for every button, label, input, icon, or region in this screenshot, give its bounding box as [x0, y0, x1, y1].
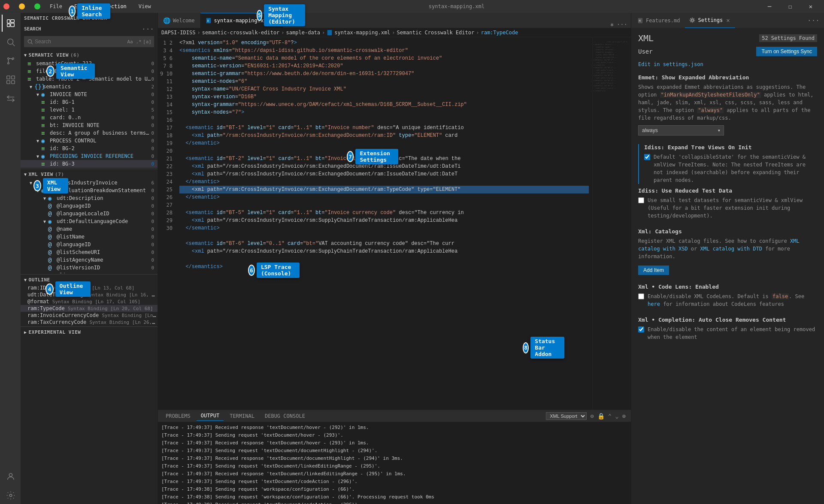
settings-user-row: User Turn on Settings Sync [638, 47, 817, 56]
xml-tree-description[interactable]: ▼ ◉ udt:Description 0 [21, 194, 158, 202]
tree-item-file[interactable]: ≡ file: EN16931-3-3 0 [21, 67, 158, 75]
traffic-light-minimize[interactable] [19, 3, 25, 9]
tab-settings[interactable]: Settings ✕ [685, 13, 735, 28]
breadcrumb-item-typecode[interactable]: ram:TypeCode [481, 30, 518, 36]
codelens-here-link[interactable]: here [648, 301, 660, 307]
search-options-icon[interactable]: ··· [142, 25, 154, 33]
emmet-select[interactable]: always never inMarkupAndStylesheetFilesO… [638, 125, 724, 136]
xml-tree-list-agency[interactable]: @ @listAgencyName 0 [21, 256, 158, 264]
accounts-icon[interactable] [2, 468, 19, 485]
breadcrumb-item-file[interactable]: syntax-mapping.xml [334, 30, 390, 36]
breadcrumb-item-semantic[interactable]: Semantic Crosswalk Editor [397, 30, 475, 36]
tree-item-id-bg3[interactable]: ≡ id: BG-3 0 [21, 160, 158, 168]
outline-header[interactable]: ▼ OUTLINE [21, 275, 158, 284]
semantic-view-header[interactable]: ▼ SEMANTIC VIEW (6) [21, 51, 158, 60]
tree-count: 0 [151, 61, 158, 66]
tree-item-card[interactable]: ≡ card: 0..n 0 [21, 114, 158, 121]
extensions-icon[interactable] [2, 71, 19, 88]
settings-tab-close[interactable]: ✕ [725, 16, 730, 24]
tab-welcome[interactable]: 🌐 Welcome [158, 13, 200, 28]
breadcrumb-item-editor[interactable]: semantic-crosswalk-editor [202, 30, 280, 36]
xml-tree-locale-id[interactable]: @ @languageLocaleID 0 [21, 210, 158, 217]
search-activity-icon[interactable] [2, 33, 19, 51]
match-case-icon[interactable]: Aa [126, 38, 134, 45]
xml-tree-list-scheme[interactable]: @ @listSchemeURI 0 [21, 248, 158, 256]
scroll-down-icon[interactable]: ⌄ [615, 413, 618, 419]
tab-problems[interactable]: PROBLEMS [161, 411, 195, 421]
xml-tree-list-version[interactable]: @ @listVersionID 0 [21, 264, 158, 272]
menu-edit[interactable]: Edit [72, 2, 89, 11]
filter-icon[interactable]: ⊜ [590, 413, 594, 419]
xml-tree-list-agency-id[interactable]: @ @listAgencyID 0 [21, 272, 158, 273]
sync-settings-button[interactable]: Turn on Settings Sync [756, 47, 817, 56]
tree-item-bt-invoice[interactable]: ≡ bt: INVOICE NOTE 0 [21, 121, 158, 129]
outline-item-datetime[interactable]: udt:DateTimeString Syntax Binding [Ln 16… [21, 291, 158, 298]
more-options-icon[interactable]: ··· [805, 15, 822, 25]
xml-tree-default-lang[interactable]: ▼ ◉ udt:DefaultLanguageCode 0 [21, 217, 158, 225]
more-actions-icon[interactable]: ··· [617, 21, 627, 28]
experimental-view-header[interactable]: ▶ EXPERIMENTAL VIEW [21, 328, 158, 337]
minimize-button[interactable]: ─ [760, 0, 779, 13]
add-item-button[interactable]: Add Item [638, 266, 669, 275]
xml-tree-list-name[interactable]: @ @listName 0 [21, 233, 158, 241]
window-title: syntax-mapping.xml [161, 3, 753, 9]
outline-item-ram-id[interactable]: ram:ID Syntax Binding [Ln 13, Col 68] [21, 284, 158, 291]
code-content[interactable]: <?xml version="1.0" encoding="UTF-8"?> <… [176, 37, 592, 410]
tab-terminal[interactable]: TERMINAL [225, 411, 259, 421]
source-control-icon[interactable] [2, 52, 19, 69]
settings-icon[interactable] [2, 487, 19, 504]
lock-icon[interactable]: 🔒 [597, 413, 605, 419]
tree-item-level1[interactable]: ≡ level: 1 5 [21, 106, 158, 114]
tree-item-id-bg1[interactable]: ≡ id: BG-1 0 [21, 98, 158, 106]
outline-item-format[interactable]: @format Syntax Binding [Ln 17, Col 105] [21, 298, 158, 305]
output-select[interactable]: XML Support [546, 412, 587, 420]
clear-icon[interactable]: ⊗ [622, 413, 626, 419]
xml-tree-lang-id[interactable]: @ @languageID 0 [21, 202, 158, 210]
tree-item-preceding[interactable]: ▼ ◉ PRECEDING INVOICE REFERENCE 0 [21, 152, 158, 160]
whole-word-icon[interactable]: [a] [143, 38, 151, 45]
xml-tree-valuation[interactable]: ▼ ◉ ram:ValuationBreakdownStatement 0 [21, 187, 158, 194]
tab-syntax-mapping[interactable]: X syntax-mapping.xml ✕ [200, 13, 283, 28]
regex-icon[interactable]: .* [135, 38, 142, 45]
xml-tree-name[interactable]: @ @name 0 [21, 225, 158, 233]
menu-selection[interactable]: Selection [96, 2, 129, 11]
search-input-wrapper[interactable]: Aa .* [a] [24, 36, 154, 47]
breadcrumb-item-sample[interactable]: sample-data [286, 30, 320, 36]
outline-item-tax-currency[interactable]: ram:TaxCurrencyCode Syntax Binding [Ln 2… [21, 319, 158, 326]
tab-output[interactable]: OUTPUT [197, 411, 224, 421]
menu-view[interactable]: View [136, 2, 154, 11]
traffic-light-maximize[interactable] [34, 3, 40, 9]
search-input[interactable] [35, 39, 124, 45]
explorer-icon[interactable] [2, 15, 19, 32]
xml-tree-lang2[interactable]: @ @languageID 0 [21, 241, 158, 248]
idiss-expand-checkbox[interactable] [644, 154, 650, 160]
split-editor-icon[interactable]: ⎈ [610, 21, 614, 28]
xml-tree-cross-industry[interactable]: ▼ ◉ rsm:CrossIndustryInvoice 6 [21, 179, 158, 187]
menu-file[interactable]: File [47, 2, 65, 11]
scroll-up-icon[interactable]: ⌃ [608, 413, 612, 419]
tree-item-table[interactable]: ≡ table: Table 2 — Semantic model to UN/… [21, 75, 158, 83]
completion-checkbox[interactable] [638, 326, 644, 332]
tab-close-button[interactable]: ✕ [273, 17, 278, 24]
tree-item-semantics[interactable]: ▼ {}} semantics 2 [21, 83, 158, 91]
idiss-reduced-checkbox[interactable] [638, 197, 644, 203]
outline-item-typecode[interactable]: ram:TypeCode Syntax Binding [Ln 20, Col … [21, 305, 158, 312]
outline-item-currency[interactable]: ram:InvoiceCurrencyCode Syntax Binding [… [21, 312, 158, 319]
tree-item-semantic-count[interactable]: ≡ semanticCount: 212 0 [21, 60, 158, 67]
traffic-light-close[interactable] [3, 3, 9, 9]
tab-debug[interactable]: DEBUG CONSOLE [261, 411, 309, 421]
codelens-checkbox[interactable] [638, 293, 644, 299]
tab-features[interactable]: M Features.md [633, 13, 684, 28]
tree-item-desc-invoice[interactable]: ≡ desc: A group of business terms provid… [21, 129, 158, 137]
tree-item-process-control[interactable]: ▼ ◉ PROCESS CONTROL 0 [21, 137, 158, 145]
tree-item-id-bg2[interactable]: ≡ id: BG-2 0 [21, 145, 158, 152]
breadcrumb-item-dapsi[interactable]: DAPSI-IDISS [161, 30, 195, 36]
crosswalk-icon[interactable] [2, 90, 19, 107]
maximize-button[interactable]: ☐ [780, 0, 800, 13]
xml-view-header[interactable]: ▼ XML VIEW (7) [21, 170, 158, 179]
edit-settings-link[interactable]: Edit in settings.json [638, 61, 817, 67]
tree-item-invoice-note[interactable]: ▼ ◉ INVOICE NOTE 0 [21, 91, 158, 98]
tab-bar: 🌐 Welcome X syntax-mapping.xml ✕ ⎈ ··· [158, 13, 631, 28]
catalog-dtd-link[interactable]: XML catalog with DTD [700, 246, 763, 252]
close-button[interactable]: ✕ [801, 0, 821, 13]
